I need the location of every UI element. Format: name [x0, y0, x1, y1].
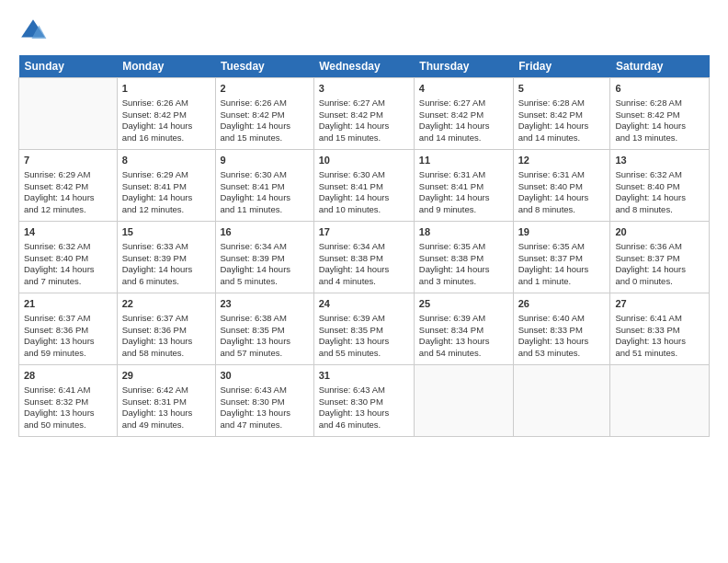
day-info: Sunrise: 6:31 AM Sunset: 8:41 PM Dayligh…	[419, 169, 508, 216]
calendar-cell: 19Sunrise: 6:35 AM Sunset: 8:37 PM Dayli…	[513, 222, 610, 293]
day-info: Sunrise: 6:34 AM Sunset: 8:38 PM Dayligh…	[319, 241, 409, 288]
calendar-week: 28Sunrise: 6:41 AM Sunset: 8:32 PM Dayli…	[19, 365, 710, 437]
calendar-cell: 8Sunrise: 6:29 AM Sunset: 8:41 PM Daylig…	[117, 150, 215, 222]
day-number: 12	[518, 154, 606, 167]
weekday-header: Monday	[117, 55, 215, 78]
day-info: Sunrise: 6:41 AM Sunset: 8:33 PM Dayligh…	[615, 313, 704, 360]
day-number: 5	[518, 82, 606, 96]
day-number: 19	[518, 225, 606, 239]
day-number: 25	[419, 297, 508, 311]
header	[18, 17, 710, 46]
calendar-cell: 5Sunrise: 6:28 AM Sunset: 8:42 PM Daylig…	[513, 78, 610, 150]
calendar-cell: 27Sunrise: 6:41 AM Sunset: 8:33 PM Dayli…	[610, 293, 710, 365]
day-info: Sunrise: 6:41 AM Sunset: 8:32 PM Dayligh…	[24, 385, 112, 431]
day-number: 26	[518, 297, 606, 311]
calendar-cell: 22Sunrise: 6:37 AM Sunset: 8:36 PM Dayli…	[117, 293, 215, 365]
weekday-header: Friday	[513, 55, 610, 78]
calendar-cell: 4Sunrise: 6:27 AM Sunset: 8:42 PM Daylig…	[414, 78, 513, 150]
calendar-cell: 16Sunrise: 6:34 AM Sunset: 8:39 PM Dayli…	[215, 222, 313, 293]
calendar-cell: 28Sunrise: 6:41 AM Sunset: 8:32 PM Dayli…	[19, 365, 118, 437]
day-info: Sunrise: 6:30 AM Sunset: 8:41 PM Dayligh…	[221, 169, 309, 216]
day-info: Sunrise: 6:43 AM Sunset: 8:30 PM Dayligh…	[221, 385, 309, 431]
day-info: Sunrise: 6:32 AM Sunset: 8:40 PM Dayligh…	[615, 169, 704, 216]
day-number: 20	[615, 225, 704, 239]
day-number: 27	[615, 297, 704, 311]
day-number: 9	[221, 154, 309, 167]
calendar-body: 1Sunrise: 6:26 AM Sunset: 8:42 PM Daylig…	[19, 78, 710, 437]
logo	[18, 17, 51, 46]
calendar-cell: 17Sunrise: 6:34 AM Sunset: 8:38 PM Dayli…	[313, 222, 414, 293]
day-info: Sunrise: 6:28 AM Sunset: 8:42 PM Dayligh…	[518, 98, 606, 144]
day-number: 10	[319, 154, 409, 167]
day-info: Sunrise: 6:35 AM Sunset: 8:38 PM Dayligh…	[419, 241, 508, 288]
day-info: Sunrise: 6:42 AM Sunset: 8:31 PM Dayligh…	[122, 385, 210, 431]
page: SundayMondayTuesdayWednesdayThursdayFrid…	[0, 0, 728, 446]
weekday-header: Thursday	[414, 55, 513, 78]
calendar-cell: 24Sunrise: 6:39 AM Sunset: 8:35 PM Dayli…	[313, 293, 414, 365]
calendar-cell: 12Sunrise: 6:31 AM Sunset: 8:40 PM Dayli…	[513, 150, 610, 222]
calendar-cell: 21Sunrise: 6:37 AM Sunset: 8:36 PM Dayli…	[19, 293, 118, 365]
weekday-header: Saturday	[610, 55, 710, 78]
calendar-cell: 14Sunrise: 6:32 AM Sunset: 8:40 PM Dayli…	[19, 222, 118, 293]
day-info: Sunrise: 6:33 AM Sunset: 8:39 PM Dayligh…	[122, 241, 210, 288]
day-info: Sunrise: 6:32 AM Sunset: 8:40 PM Dayligh…	[24, 241, 112, 288]
calendar-cell: 13Sunrise: 6:32 AM Sunset: 8:40 PM Dayli…	[610, 150, 710, 222]
calendar-week: 7Sunrise: 6:29 AM Sunset: 8:42 PM Daylig…	[19, 150, 710, 222]
day-info: Sunrise: 6:31 AM Sunset: 8:40 PM Dayligh…	[518, 169, 606, 216]
day-info: Sunrise: 6:29 AM Sunset: 8:42 PM Dayligh…	[24, 169, 112, 216]
day-info: Sunrise: 6:37 AM Sunset: 8:36 PM Dayligh…	[24, 313, 112, 360]
calendar-cell: 3Sunrise: 6:27 AM Sunset: 8:42 PM Daylig…	[313, 78, 414, 150]
calendar-cell: 2Sunrise: 6:26 AM Sunset: 8:42 PM Daylig…	[215, 78, 313, 150]
calendar-cell: 11Sunrise: 6:31 AM Sunset: 8:41 PM Dayli…	[414, 150, 513, 222]
day-number: 2	[221, 82, 309, 96]
day-info: Sunrise: 6:29 AM Sunset: 8:41 PM Dayligh…	[122, 169, 210, 216]
day-number: 14	[24, 225, 112, 239]
day-info: Sunrise: 6:40 AM Sunset: 8:33 PM Dayligh…	[518, 313, 606, 360]
calendar-cell: 20Sunrise: 6:36 AM Sunset: 8:37 PM Dayli…	[610, 222, 710, 293]
calendar-cell	[610, 365, 710, 437]
day-number: 21	[24, 297, 112, 311]
day-info: Sunrise: 6:34 AM Sunset: 8:39 PM Dayligh…	[221, 241, 309, 288]
day-info: Sunrise: 6:39 AM Sunset: 8:35 PM Dayligh…	[319, 313, 409, 360]
calendar-cell: 18Sunrise: 6:35 AM Sunset: 8:38 PM Dayli…	[414, 222, 513, 293]
calendar-cell: 31Sunrise: 6:43 AM Sunset: 8:30 PM Dayli…	[313, 365, 414, 437]
day-number: 11	[419, 154, 508, 167]
day-number: 24	[319, 297, 409, 311]
day-number: 15	[122, 225, 210, 239]
day-number: 31	[319, 369, 409, 383]
day-number: 16	[221, 225, 309, 239]
day-number: 8	[122, 154, 210, 167]
day-number: 30	[221, 369, 309, 383]
calendar-cell: 7Sunrise: 6:29 AM Sunset: 8:42 PM Daylig…	[19, 150, 118, 222]
calendar-cell: 9Sunrise: 6:30 AM Sunset: 8:41 PM Daylig…	[215, 150, 313, 222]
calendar-cell: 29Sunrise: 6:42 AM Sunset: 8:31 PM Dayli…	[117, 365, 215, 437]
calendar-cell: 1Sunrise: 6:26 AM Sunset: 8:42 PM Daylig…	[117, 78, 215, 150]
day-number: 23	[221, 297, 309, 311]
calendar-cell: 6Sunrise: 6:28 AM Sunset: 8:42 PM Daylig…	[610, 78, 710, 150]
day-number: 18	[419, 225, 508, 239]
calendar-cell	[19, 78, 118, 150]
calendar-cell: 30Sunrise: 6:43 AM Sunset: 8:30 PM Dayli…	[215, 365, 313, 437]
weekday-header: Sunday	[19, 55, 118, 78]
logo-icon	[18, 17, 48, 46]
day-info: Sunrise: 6:36 AM Sunset: 8:37 PM Dayligh…	[615, 241, 704, 288]
day-info: Sunrise: 6:26 AM Sunset: 8:42 PM Dayligh…	[221, 98, 309, 144]
calendar-week: 14Sunrise: 6:32 AM Sunset: 8:40 PM Dayli…	[19, 222, 710, 293]
day-info: Sunrise: 6:38 AM Sunset: 8:35 PM Dayligh…	[221, 313, 309, 360]
day-info: Sunrise: 6:37 AM Sunset: 8:36 PM Dayligh…	[122, 313, 210, 360]
calendar-week: 21Sunrise: 6:37 AM Sunset: 8:36 PM Dayli…	[19, 293, 710, 365]
calendar-cell: 25Sunrise: 6:39 AM Sunset: 8:34 PM Dayli…	[414, 293, 513, 365]
day-number: 1	[122, 82, 210, 96]
day-info: Sunrise: 6:28 AM Sunset: 8:42 PM Dayligh…	[615, 98, 704, 144]
day-info: Sunrise: 6:30 AM Sunset: 8:41 PM Dayligh…	[319, 169, 409, 216]
calendar-cell: 26Sunrise: 6:40 AM Sunset: 8:33 PM Dayli…	[513, 293, 610, 365]
day-number: 6	[615, 82, 704, 96]
day-number: 22	[122, 297, 210, 311]
calendar-cell: 15Sunrise: 6:33 AM Sunset: 8:39 PM Dayli…	[117, 222, 215, 293]
calendar-cell: 23Sunrise: 6:38 AM Sunset: 8:35 PM Dayli…	[215, 293, 313, 365]
day-info: Sunrise: 6:43 AM Sunset: 8:30 PM Dayligh…	[319, 385, 409, 431]
day-info: Sunrise: 6:27 AM Sunset: 8:42 PM Dayligh…	[419, 98, 508, 144]
day-info: Sunrise: 6:39 AM Sunset: 8:34 PM Dayligh…	[419, 313, 508, 360]
day-number: 7	[24, 154, 112, 167]
day-number: 28	[24, 369, 112, 383]
